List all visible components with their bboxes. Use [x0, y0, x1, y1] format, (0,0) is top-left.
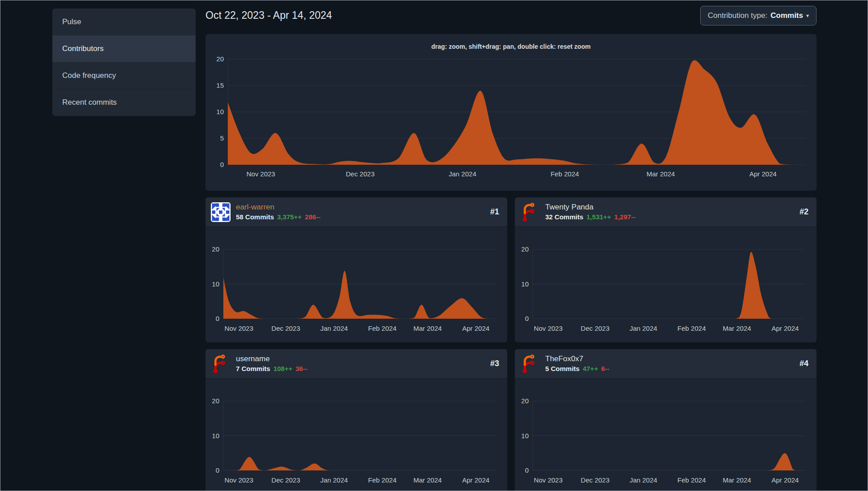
- earl-warren-commits-chart[interactable]: 01020Nov 2023Dec 2023Jan 2024Feb 2024Mar…: [205, 227, 507, 342]
- svg-text:0: 0: [525, 315, 529, 322]
- contribution-type-value: Commits: [770, 11, 803, 20]
- deletions-count: 6--: [601, 365, 609, 372]
- svg-text:20: 20: [216, 55, 224, 63]
- svg-text:10: 10: [212, 432, 219, 440]
- contributor-chart-container: 01020Nov 2023Dec 2023Jan 2024Feb 2024Mar…: [205, 379, 507, 491]
- additions-count: 108++: [274, 365, 293, 372]
- earl-warren-avatar identicon-avatar[interactable]: [211, 202, 231, 222]
- svg-text:Dec 2023: Dec 2023: [346, 170, 375, 178]
- contributor-card-header: earl-warren 58 Commits 3,375++ 286-- #1: [205, 197, 507, 227]
- svg-text:Nov 2023: Nov 2023: [534, 324, 563, 332]
- svg-text:20: 20: [212, 397, 219, 405]
- contributor-stats: 7 Commits 108++ 36--: [236, 365, 308, 372]
- contributor-rank-badge: #3: [490, 359, 499, 368]
- contributor-card-2: Twenty Panda 32 Commits 1,531++ 1,297-- …: [515, 197, 817, 342]
- svg-text:Mar 2024: Mar 2024: [413, 476, 441, 484]
- activity-sidebar: Pulse Contributors Code frequency Recent…: [52, 9, 196, 116]
- contributor-stats: 5 Commits 47++ 6--: [545, 365, 609, 372]
- svg-text:5: 5: [220, 134, 224, 142]
- deletions-count: 1,297--: [614, 213, 636, 221]
- contributors-page: Pulse Contributors Code frequency Recent…: [0, 0, 868, 491]
- svg-text:20: 20: [212, 245, 219, 253]
- svg-text:Jan 2024: Jan 2024: [320, 476, 348, 484]
- svg-text:Mar 2024: Mar 2024: [723, 324, 751, 332]
- contributor-name-link[interactable]: earl-warren: [236, 203, 321, 212]
- main-activity-panel: 05101520Nov 2023Dec 2023Jan 2024Feb 2024…: [205, 34, 817, 191]
- svg-text:10: 10: [521, 280, 529, 288]
- sidebar-item-label: Pulse: [62, 17, 81, 26]
- contributor-card-3: username 7 Commits 108++ 36-- #3 01020No…: [205, 349, 507, 491]
- svg-text:Dec 2023: Dec 2023: [581, 476, 609, 484]
- contributor-identity: username 7 Commits 108++ 36--: [236, 355, 308, 372]
- contributor-name-link[interactable]: username: [236, 355, 308, 363]
- contributor-chart-container: 01020Nov 2023Dec 2023Jan 2024Feb 2024Mar…: [205, 227, 507, 342]
- sidebar-item-label: Contributors: [62, 44, 104, 53]
- contributor-chart-container: 01020Nov 2023Dec 2023Jan 2024Feb 2024Mar…: [515, 227, 817, 342]
- contribution-type-dropdown[interactable]: Contribution type: Commits ▾: [700, 6, 817, 26]
- svg-text:Dec 2023: Dec 2023: [581, 324, 609, 332]
- forgejo-logo-avatar[interactable]: [520, 202, 540, 222]
- date-range-title: Oct 22, 2023 - Apr 14, 2024: [205, 6, 332, 21]
- contributor-card-header: Twenty Panda 32 Commits 1,531++ 1,297-- …: [515, 197, 817, 227]
- sidebar-item-code-frequency[interactable]: Code frequency: [52, 62, 196, 89]
- contributor-name-link[interactable]: TheFox0x7: [545, 355, 609, 363]
- contributor-rank-badge: #4: [800, 359, 808, 368]
- sidebar-item-recent-commits[interactable]: Recent commits: [52, 89, 196, 116]
- commit-count: 7 Commits: [236, 365, 270, 372]
- svg-text:Nov 2023: Nov 2023: [225, 476, 253, 484]
- chart-zoom-hint: drag: zoom, shift+drag: pan, double clic…: [205, 43, 817, 50]
- sidebar-item-pulse[interactable]: Pulse: [52, 9, 196, 35]
- svg-text:Jan 2024: Jan 2024: [629, 476, 657, 484]
- forgejo-logo-avatar[interactable]: [520, 354, 540, 374]
- svg-text:15: 15: [216, 81, 224, 89]
- svg-text:10: 10: [212, 280, 219, 288]
- contributor-stats: 58 Commits 3,375++ 286--: [236, 213, 321, 221]
- svg-text:Apr 2024: Apr 2024: [462, 476, 489, 484]
- svg-text:10: 10: [216, 108, 224, 115]
- svg-text:Nov 2023: Nov 2023: [225, 324, 253, 332]
- contributor-identity: earl-warren 58 Commits 3,375++ 286--: [236, 203, 321, 221]
- svg-text:Nov 2023: Nov 2023: [246, 170, 275, 178]
- svg-text:20: 20: [521, 245, 529, 253]
- svg-text:20: 20: [521, 397, 529, 405]
- svg-text:Mar 2024: Mar 2024: [413, 324, 441, 332]
- main-activity-chart[interactable]: 05101520Nov 2023Dec 2023Jan 2024Feb 2024…: [205, 34, 817, 191]
- svg-text:Feb 2024: Feb 2024: [368, 476, 396, 484]
- svg-text:0: 0: [525, 466, 529, 474]
- deletions-count: 36--: [295, 365, 308, 372]
- contribution-type-label: Contribution type:: [708, 11, 767, 20]
- contributor-identity: Twenty Panda 32 Commits 1,531++ 1,297--: [545, 203, 636, 221]
- svg-text:Nov 2023: Nov 2023: [534, 476, 563, 484]
- svg-text:Mar 2024: Mar 2024: [646, 170, 675, 178]
- sidebar-item-label: Code frequency: [62, 71, 116, 80]
- svg-text:Apr 2024: Apr 2024: [749, 170, 777, 178]
- contributor-card-header: TheFox0x7 5 Commits 47++ 6-- #4: [515, 349, 817, 379]
- commit-count: 5 Commits: [545, 365, 580, 372]
- svg-text:Mar 2024: Mar 2024: [723, 476, 751, 484]
- svg-text:Feb 2024: Feb 2024: [368, 324, 396, 332]
- svg-text:0: 0: [216, 315, 219, 322]
- svg-text:Feb 2024: Feb 2024: [551, 170, 579, 178]
- svg-text:Jan 2024: Jan 2024: [629, 324, 657, 332]
- contributor-card-1: earl-warren 58 Commits 3,375++ 286-- #1 …: [205, 197, 507, 342]
- contributor-card-header: username 7 Commits 108++ 36-- #3: [205, 349, 507, 379]
- svg-text:0: 0: [220, 161, 224, 168]
- sidebar-item-contributors[interactable]: Contributors: [52, 35, 196, 62]
- contributor-card-4: TheFox0x7 5 Commits 47++ 6-- #4 01020Nov…: [515, 349, 817, 491]
- username-commits-chart[interactable]: 01020Nov 2023Dec 2023Jan 2024Feb 2024Mar…: [205, 379, 507, 491]
- svg-text:Apr 2024: Apr 2024: [462, 324, 489, 332]
- deletions-count: 286--: [305, 213, 321, 221]
- contributor-rank-badge: #1: [490, 207, 499, 217]
- contributor-chart-container: 01020Nov 2023Dec 2023Jan 2024Feb 2024Mar…: [515, 379, 817, 491]
- chevron-down-icon: ▾: [806, 13, 809, 18]
- twenty-panda-commits-chart[interactable]: 01020Nov 2023Dec 2023Jan 2024Feb 2024Mar…: [515, 227, 817, 342]
- forgejo-logo-avatar[interactable]: [211, 354, 231, 374]
- page-header: Oct 22, 2023 - Apr 14, 2024 Contribution…: [205, 6, 817, 26]
- contributor-identity: TheFox0x7 5 Commits 47++ 6--: [545, 355, 609, 372]
- svg-text:Feb 2024: Feb 2024: [677, 476, 706, 484]
- contributor-name-link[interactable]: Twenty Panda: [545, 203, 636, 212]
- svg-text:0: 0: [216, 466, 219, 474]
- thefox0x7-commits-chart[interactable]: 01020Nov 2023Dec 2023Jan 2024Feb 2024Mar…: [515, 379, 817, 491]
- additions-count: 1,531++: [586, 213, 611, 221]
- svg-text:Feb 2024: Feb 2024: [677, 324, 706, 332]
